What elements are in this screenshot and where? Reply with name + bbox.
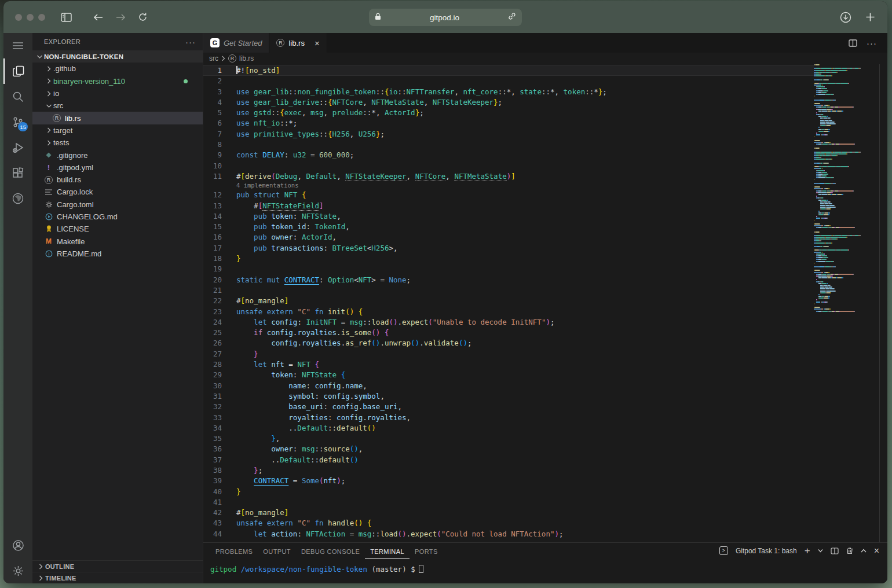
tree-file-CHANGELOG.md[interactable]: CHANGELOG.md — [32, 211, 203, 223]
code-line[interactable]: 19 — [203, 264, 814, 274]
kill-terminal-icon[interactable] — [846, 547, 853, 554]
menu-icon[interactable] — [3, 33, 32, 58]
code-line[interactable]: 10 — [203, 161, 814, 171]
explorer-more-icon[interactable]: ··· — [185, 37, 196, 47]
extensions-icon[interactable] — [3, 160, 32, 186]
refresh-icon[interactable] — [134, 9, 151, 25]
code-line[interactable]: 5use gstd::{exec, msg, prelude::*, Actor… — [203, 108, 814, 118]
tree-file-Cargo.toml[interactable]: Cargo.toml — [32, 199, 203, 211]
tree-file-README.md[interactable]: README.md — [32, 248, 203, 260]
code-line[interactable]: 14 pub token: NFTState, — [203, 211, 814, 222]
panel-tab-terminal[interactable]: TERMINAL — [365, 545, 410, 559]
editor-scrollbar[interactable] — [879, 64, 886, 542]
code-line[interactable]: 7use primitive_types::{H256, U256}; — [203, 129, 814, 139]
settings-gear-icon[interactable] — [3, 558, 32, 583]
maximize-panel-icon[interactable] — [861, 549, 867, 553]
code-line[interactable]: 29 token: NFTState { — [203, 370, 814, 380]
close-panel-icon[interactable]: × — [874, 548, 879, 554]
address-bar[interactable]: gitpod.io — [369, 9, 522, 26]
breadcrumb-folder[interactable]: src — [209, 54, 218, 63]
code-line[interactable]: 39 CONTRACT = Some(nft); — [203, 476, 814, 486]
code-line[interactable]: 3use gear_lib::non_fungible_token::{io::… — [203, 87, 814, 97]
new-tab-icon[interactable] — [862, 9, 878, 25]
code-line[interactable]: 38 }; — [203, 465, 814, 476]
minimap[interactable] — [814, 64, 879, 542]
tree-folder-tests[interactable]: tests — [32, 137, 203, 149]
sidebar-toggle-icon[interactable] — [58, 9, 74, 25]
tree-root-folder[interactable]: NON-FUNGIBLE-TOKEN — [32, 50, 203, 63]
code-line[interactable]: 32 base_uri: config.base_uri, — [203, 402, 814, 412]
new-terminal-icon[interactable]: + — [805, 548, 810, 554]
tree-folder-.github[interactable]: .github — [32, 63, 203, 75]
code-editor[interactable]: 1#![no_std]23use gear_lib::non_fungible_… — [203, 64, 887, 542]
zoom-window-icon[interactable] — [38, 14, 45, 21]
code-line[interactable]: 2 — [203, 76, 814, 86]
tree-folder-binaryen-version_110[interactable]: binaryen-version_110 — [32, 75, 203, 87]
code-line[interactable]: 13 #[NFTStateField] — [203, 201, 814, 211]
explorer-icon[interactable] — [3, 58, 32, 84]
tree-file-Makefile[interactable]: MMakefile — [32, 235, 203, 247]
code-line[interactable]: 34 ..Default::default() — [203, 423, 814, 433]
tree-file-LICENSE[interactable]: LICENSE — [32, 223, 203, 235]
code-line[interactable]: 16 pub owner: ActorId, — [203, 232, 814, 242]
gitpod-globe-icon[interactable] — [3, 186, 32, 211]
code-line[interactable]: 20static mut CONTRACT: Option<NFT> = Non… — [203, 275, 814, 285]
code-line[interactable]: 22#[no_mangle] — [203, 296, 814, 306]
tab-get-started[interactable]: GGet Started — [203, 33, 269, 53]
source-control-icon[interactable]: 15 — [3, 109, 32, 135]
code-line[interactable]: 27 } — [203, 349, 814, 359]
code-line[interactable]: 43unsafe extern "C" fn handle() { — [203, 518, 814, 528]
tab-lib-rs[interactable]: Rlib.rs× — [269, 33, 327, 53]
close-tab-icon[interactable]: × — [315, 38, 320, 48]
tree-file-.gitpod.yml[interactable]: !.gitpod.yml — [32, 161, 203, 174]
account-icon[interactable] — [3, 532, 32, 558]
download-icon[interactable] — [838, 9, 854, 25]
terminal-dropdown-icon[interactable] — [818, 549, 823, 553]
tree-file-build.rs[interactable]: Rbuild.rs — [32, 174, 203, 186]
code-line[interactable]: 1#![no_std] — [203, 65, 814, 76]
code-line[interactable]: 42#[no_mangle] — [203, 508, 814, 518]
tree-folder-target[interactable]: target — [32, 124, 203, 137]
code-line[interactable]: 9const DELAY: u32 = 600_000; — [203, 150, 814, 160]
code-line[interactable]: 41 — [203, 497, 814, 508]
code-line[interactable]: 8 — [203, 139, 814, 150]
sidebar-section-timeline[interactable]: TIMELINE — [32, 572, 203, 583]
tree-file-lib.rs[interactable]: Rlib.rs — [32, 112, 203, 124]
breadcrumb-file[interactable]: lib.rs — [239, 54, 254, 63]
tree-file-Cargo.lock[interactable]: Cargo.lock — [32, 186, 203, 198]
code-line[interactable]: 11#[derive(Debug, Default, NFTStateKeepe… — [203, 171, 814, 182]
close-window-icon[interactable] — [15, 14, 22, 21]
code-line[interactable]: 25 if config.royalties.is_some() { — [203, 328, 814, 338]
minimize-window-icon[interactable] — [27, 14, 34, 21]
terminal[interactable]: gitpod /workspace/non-fungible-token (ma… — [203, 560, 887, 574]
terminal-task-label[interactable]: Gitpod Task 1: bash — [736, 547, 797, 555]
sidebar-section-outline[interactable]: OUTLINE — [32, 560, 203, 572]
code-line[interactable]: 33 royalties: config.royalties, — [203, 413, 814, 423]
split-terminal-icon[interactable] — [831, 547, 839, 554]
code-line[interactable]: 30 name: config.name, — [203, 381, 814, 391]
code-line[interactable]: 17 pub transactions: BTreeSet<H256>, — [203, 243, 814, 253]
code-line[interactable]: 21 — [203, 285, 814, 296]
code-line[interactable]: 37 ..Default::default() — [203, 455, 814, 465]
code-line[interactable]: 6use nft_io::*; — [203, 118, 814, 128]
link-icon[interactable] — [508, 12, 516, 23]
code-line[interactable]: 23unsafe extern "C" fn init() { — [203, 307, 814, 317]
code-line[interactable]: 40} — [203, 487, 814, 497]
traffic-lights[interactable] — [15, 14, 45, 21]
code-line[interactable]: 28 let nft = NFT { — [203, 359, 814, 370]
search-icon[interactable] — [3, 84, 32, 109]
code-line[interactable]: 18} — [203, 253, 814, 264]
run-debug-icon[interactable] — [3, 135, 32, 160]
code-line[interactable]: 12pub struct NFT { — [203, 190, 814, 200]
code-line[interactable]: 35 }, — [203, 433, 814, 444]
code-line[interactable]: 36 owner: msg::source(), — [203, 444, 814, 454]
breadcrumb[interactable]: src R lib.rs — [203, 53, 887, 64]
panel-tab-ports[interactable]: PORTS — [410, 545, 443, 558]
panel-tab-output[interactable]: OUTPUT — [258, 545, 296, 558]
split-editor-icon[interactable] — [849, 39, 857, 47]
code-line[interactable]: 26 config.royalties.as_ref().unwrap().va… — [203, 338, 814, 348]
panel-tab-problems[interactable]: PROBLEMS — [210, 545, 258, 558]
code-line[interactable]: 24 let config: InitNFT = msg::load().exp… — [203, 317, 814, 328]
code-line[interactable]: 44 let action: NFTAction = msg::load().e… — [203, 529, 814, 539]
tree-file-.gitignore[interactable]: .gitignore — [32, 149, 203, 161]
